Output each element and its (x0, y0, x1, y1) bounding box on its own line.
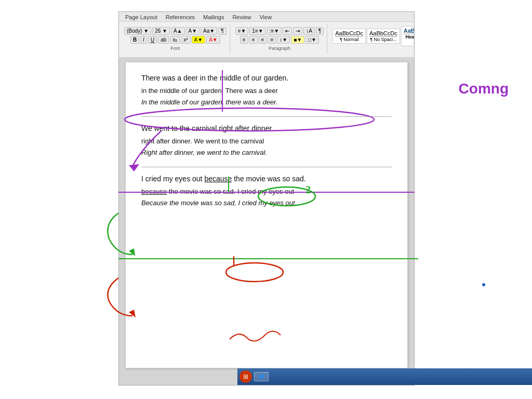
taskbar: ⊞ W (237, 368, 532, 385)
word-taskbar-btn[interactable]: W (254, 372, 269, 381)
sentence-1-main: There was a deer in the middle of our ga… (141, 73, 392, 84)
styles-items: AaBbCcDc ¶ Normal AaBbCcDc ¶ No Spaci...… (332, 26, 414, 46)
because-underlined: because (141, 188, 167, 195)
style-heading1[interactable]: AaBbCc Heading 1 (401, 26, 414, 46)
tab-references[interactable]: References (162, 13, 199, 21)
align-right-btn[interactable]: ≡ (259, 36, 267, 44)
sentence-2-italic: Right after dinner, we went to the carni… (141, 148, 392, 158)
paragraph-group-label: Paragraph (269, 46, 290, 51)
underline-btn[interactable]: U (148, 36, 157, 44)
tab-view[interactable]: View (255, 13, 276, 21)
sentence-2-variant: right after dinner. We went to the carni… (141, 136, 392, 147)
word-document-window: Page Layout References Mailings Review V… (118, 11, 415, 385)
style-nospacing[interactable]: AaBbCcDc ¶ No Spaci... (367, 29, 400, 44)
superscript-btn[interactable]: x² (181, 36, 190, 44)
font-size-dropdown[interactable]: 26 ▼ (152, 27, 170, 35)
font-controls: (Body) ▼ 26 ▼ A▲ A▼ Aa▼ ¶ (124, 27, 227, 35)
border-btn[interactable]: □▼ (305, 36, 319, 44)
tab-mailings[interactable]: Mailings (199, 13, 228, 21)
numbering-btn[interactable]: 1≡▼ (249, 27, 265, 35)
change-case-btn[interactable]: Aa▼ (201, 27, 217, 35)
decrease-indent-btn[interactable]: ⇤ (283, 27, 292, 35)
pilcrow-btn[interactable]: ¶ (316, 27, 324, 35)
shading-btn[interactable]: ■▼ (291, 36, 304, 44)
font-name-dropdown[interactable]: (Body) ▼ (124, 27, 151, 35)
font-group: (Body) ▼ 26 ▼ A▲ A▼ Aa▼ ¶ B I U ab x₂ x²… (121, 24, 230, 54)
sentence-block-1: There was a deer in the middle of our ga… (141, 73, 392, 107)
tab-review[interactable]: Review (228, 13, 255, 21)
para-controls-top: ≡▼ 1≡▼ :≡▼ ⇤ ⇥ ↕A ¶ (235, 27, 324, 35)
word-icon: W (259, 374, 264, 380)
style-normal[interactable]: AaBbCcDc ¶ Normal (332, 29, 366, 44)
ribbon-body: (Body) ▼ 26 ▼ A▲ A▼ Aa▼ ¶ B I U ab x₂ x²… (119, 22, 414, 55)
sentence-3-main: I cried my eyes out because the movie wa… (141, 174, 392, 184)
start-button[interactable]: ⊞ (240, 370, 252, 383)
sentence-2-main: We went to the carnival right after dinn… (141, 123, 392, 134)
font-group-label: Font (170, 46, 180, 51)
increase-font-btn[interactable]: A▲ (171, 27, 185, 35)
font-format-controls: B I U ab x₂ x² A▼ A▼ (130, 36, 220, 44)
sentence-3-italic: Because the movie was so sad, I cried my… (141, 198, 392, 208)
sentence-block-2: We went to the carnival right after dinn… (141, 123, 392, 157)
font-color-btn[interactable]: A▼ (206, 36, 220, 44)
ribbon: Page Layout References Mailings Review V… (119, 12, 414, 58)
align-left-btn[interactable]: ≡ (240, 36, 248, 44)
sentence-block-3: I cried my eyes out because the movie wa… (141, 174, 392, 208)
strikethrough-btn[interactable]: ab (158, 36, 169, 44)
italic-btn[interactable]: I (140, 36, 147, 44)
bullets-btn[interactable]: ≡▼ (235, 27, 249, 35)
subscript-btn[interactable]: x₂ (170, 36, 180, 44)
separator-1 (141, 116, 392, 117)
sentence-1-italic: In the middle of our garden, there was a… (141, 97, 392, 108)
separator-2 (141, 167, 392, 167)
document-page: There was a deer in the middle of our ga… (125, 62, 408, 368)
handwritten-annotation: Comng (459, 81, 509, 97)
decrease-font-btn[interactable]: A▼ (186, 27, 200, 35)
styles-group: AaBbCcDc ¶ Normal AaBbCcDc ¶ No Spaci...… (329, 24, 414, 54)
align-center-btn[interactable]: ≡ (249, 36, 258, 44)
para-controls-bottom: ≡ ≡ ≡ ≡ ↕▼ ■▼ □▼ (240, 36, 319, 44)
line-spacing-btn[interactable]: ↕▼ (277, 36, 290, 44)
paragraph-group: ≡▼ 1≡▼ :≡▼ ⇤ ⇥ ↕A ¶ ≡ ≡ ≡ ≡ ↕▼ ■▼ □▼ (232, 24, 328, 54)
blue-dot (482, 283, 485, 286)
sort-btn[interactable]: ↕A (303, 27, 315, 35)
clear-formatting-btn[interactable]: ¶ (218, 27, 226, 35)
increase-indent-btn[interactable]: ⇥ (293, 27, 302, 35)
ribbon-tabs: Page Layout References Mailings Review V… (119, 12, 414, 22)
multilevel-btn[interactable]: :≡▼ (267, 27, 282, 35)
sentence-1-variant: in the middle of our garden. There was a… (141, 86, 392, 96)
tab-page-layout[interactable]: Page Layout (121, 13, 162, 21)
bold-btn[interactable]: B (130, 36, 139, 44)
highlight-btn[interactable]: A▼ (192, 36, 206, 44)
justify-btn[interactable]: ≡ (268, 36, 276, 44)
sentence-3-variant: because the movie was so sad. I cried my… (141, 187, 392, 197)
